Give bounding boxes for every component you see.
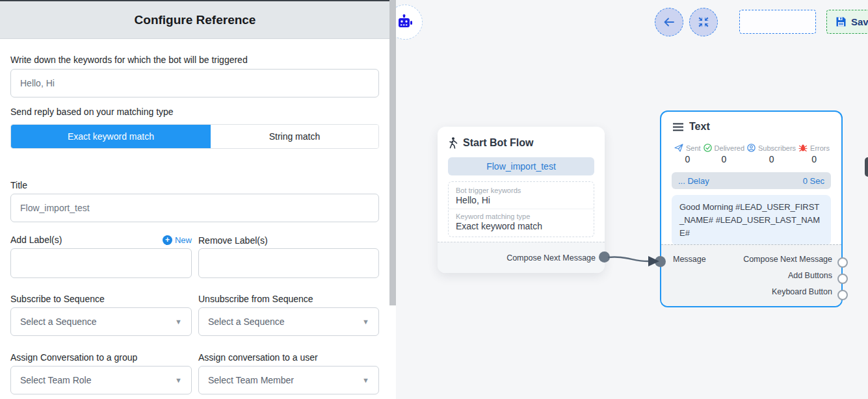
message-input-connector[interactable] bbox=[655, 256, 666, 267]
output-add-buttons-label: Add Buttons bbox=[788, 271, 832, 280]
page-title: Configure Reference bbox=[135, 13, 256, 27]
panel-scrollbar[interactable] bbox=[389, 0, 396, 399]
add-buttons-connector[interactable] bbox=[837, 274, 848, 284]
subscribe-sequence-placeholder: Select a Sequence bbox=[20, 316, 97, 327]
matching-type-label: Send reply based on your matching type bbox=[10, 107, 174, 117]
chevron-down-icon: ▼ bbox=[362, 376, 369, 384]
start-bot-flow-node[interactable]: Start Bot Flow Flow_import_test Bot trig… bbox=[438, 127, 605, 273]
subscribe-sequence-select[interactable]: Select a Sequence ▼ bbox=[10, 307, 192, 336]
stat-delivered-label: Delivered bbox=[715, 144, 744, 152]
keywords-input[interactable] bbox=[10, 69, 379, 97]
stat-errors: Errors 0 bbox=[798, 144, 830, 164]
assign-user-label: Assign conversation to a user bbox=[198, 352, 318, 363]
panel-scrollbar-thumb[interactable] bbox=[389, 0, 396, 305]
back-arrow-icon bbox=[663, 16, 676, 29]
stat-errors-label: Errors bbox=[810, 144, 830, 152]
team-role-select[interactable]: Select Team Role ▼ bbox=[10, 366, 192, 394]
subscribe-sequence-label: Subscribe to Sequence bbox=[10, 294, 105, 304]
unsubscribe-sequence-label: Unsubscribe from Sequence bbox=[198, 294, 313, 304]
remove-labels-label: Remove Label(s) bbox=[198, 235, 268, 246]
title-label: Title bbox=[10, 180, 27, 190]
stats-row: Sent 0 Delivered 0 bbox=[661, 133, 841, 164]
message-preview[interactable]: Good Morning #LEAD_USER_FIRST_NAME# #LEA… bbox=[672, 195, 831, 246]
panel-header: Configure Reference bbox=[0, 1, 390, 39]
add-labels-input[interactable] bbox=[10, 248, 192, 278]
toolbar-placeholder-box[interactable] bbox=[739, 10, 816, 34]
new-label-text: New bbox=[175, 235, 192, 245]
message-input-label: Message bbox=[673, 255, 706, 264]
title-input[interactable] bbox=[10, 194, 379, 222]
assign-group-label: Assign Conversation to a group bbox=[10, 352, 137, 363]
keyboard-button-connector[interactable] bbox=[837, 290, 848, 300]
new-label-button[interactable]: + New bbox=[163, 235, 192, 245]
keyword-matching-value: Exact keyword match bbox=[456, 221, 586, 231]
output-keyboard-button-label: Keyboard Button bbox=[772, 287, 832, 296]
start-node-title: Start Bot Flow bbox=[463, 137, 533, 149]
chevron-down-icon: ▼ bbox=[175, 376, 182, 384]
compose-next-connector[interactable] bbox=[837, 257, 848, 268]
delay-label: ... Delay bbox=[678, 176, 709, 186]
tab-exact-keyword-match[interactable]: Exact keyword match bbox=[11, 125, 211, 148]
chevron-down-icon: ▼ bbox=[362, 318, 369, 326]
plus-icon: + bbox=[163, 235, 172, 245]
unsubscribe-sequence-placeholder: Select a Sequence bbox=[208, 316, 285, 327]
walking-person-icon bbox=[448, 137, 458, 149]
trigger-info-box[interactable]: Bot trigger keywords Hello, Hi Keyword m… bbox=[448, 181, 594, 237]
stat-delivered-value: 0 bbox=[721, 154, 726, 164]
matching-type-tabs: Exact keyword match String match bbox=[10, 124, 379, 149]
configure-panel: Configure Reference Write down the keywo… bbox=[0, 0, 390, 399]
subscribers-icon bbox=[747, 144, 756, 152]
menu-icon bbox=[673, 123, 683, 131]
trigger-keywords-label: Bot trigger keywords bbox=[456, 187, 586, 194]
app-window: Configure Reference Write down the keywo… bbox=[0, 0, 868, 399]
stat-sent: Sent 0 bbox=[674, 144, 701, 164]
trigger-keywords-value: Hello, Hi bbox=[456, 195, 586, 205]
delay-value: 0 Sec bbox=[803, 176, 824, 186]
delay-row[interactable]: ... Delay 0 Sec bbox=[672, 172, 831, 189]
remove-labels-input[interactable] bbox=[198, 248, 379, 278]
keywords-label: Write down the keywords for which the bo… bbox=[10, 55, 248, 65]
robot-icon bbox=[397, 14, 414, 31]
clipped-right-handle[interactable] bbox=[865, 157, 868, 177]
sent-icon bbox=[674, 144, 683, 152]
save-icon bbox=[835, 16, 847, 27]
team-member-placeholder: Select Team Member bbox=[208, 375, 294, 385]
divider bbox=[449, 209, 594, 209]
add-labels-label: Add Label(s) bbox=[10, 235, 62, 245]
output-compose-next-label: Compose Next Message bbox=[743, 255, 832, 264]
delivered-icon bbox=[704, 144, 712, 152]
flow-name-button[interactable]: Flow_import_test bbox=[448, 157, 594, 175]
compress-icon bbox=[698, 16, 709, 28]
tab-string-match[interactable]: String match bbox=[211, 125, 378, 148]
text-node-footer: Message Compose Next Message Add Buttons… bbox=[661, 244, 841, 306]
text-message-node[interactable]: Text Sent 0 bbox=[660, 110, 843, 307]
text-node-title: Text bbox=[689, 121, 710, 133]
stat-subscribers-label: Subscribers bbox=[758, 144, 796, 152]
fit-view-button[interactable] bbox=[689, 8, 718, 36]
save-button[interactable]: Save bbox=[826, 10, 868, 34]
save-label: Save bbox=[851, 16, 868, 27]
stat-sent-value: 0 bbox=[685, 154, 690, 164]
stat-sent-label: Sent bbox=[686, 144, 701, 152]
back-button[interactable] bbox=[655, 8, 683, 36]
errors-icon bbox=[798, 144, 808, 152]
stat-errors-value: 0 bbox=[811, 154, 817, 164]
stat-delivered: Delivered 0 bbox=[704, 144, 744, 164]
stat-subscribers-value: 0 bbox=[769, 154, 774, 164]
stat-subscribers: Subscribers 0 bbox=[747, 144, 796, 164]
start-output-label: Compose Next Message bbox=[506, 253, 596, 263]
flow-canvas[interactable]: Save Start Bot Flow Flow_import_test Bot… bbox=[396, 0, 868, 399]
unsubscribe-sequence-select[interactable]: Select a Sequence ▼ bbox=[198, 307, 379, 336]
keyword-matching-label: Keyword matching type bbox=[456, 212, 586, 220]
team-role-placeholder: Select Team Role bbox=[20, 375, 91, 385]
bot-menu-button[interactable] bbox=[396, 5, 423, 40]
team-member-select[interactable]: Select Team Member ▼ bbox=[198, 366, 379, 394]
chevron-down-icon: ▼ bbox=[175, 318, 182, 326]
start-output-connector[interactable] bbox=[599, 251, 610, 263]
